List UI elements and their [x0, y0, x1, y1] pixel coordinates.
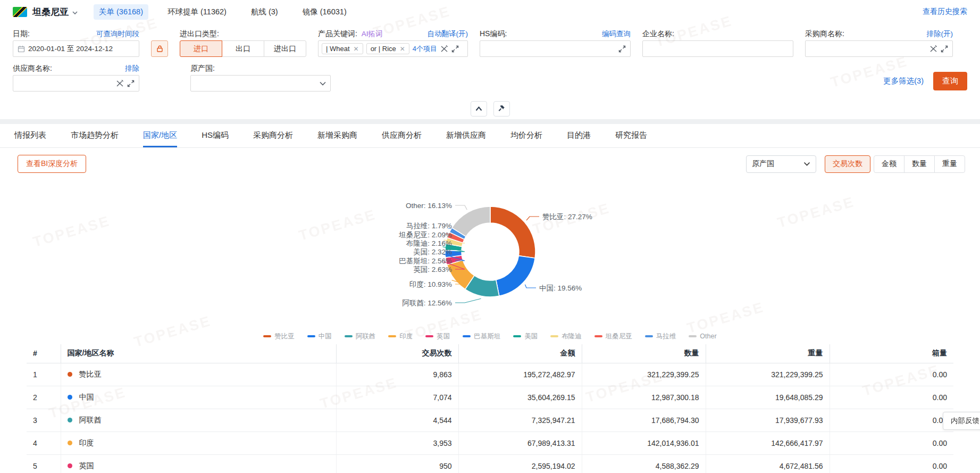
tab-5[interactable]: 新增采购商 [317, 124, 357, 147]
ai-expand-link[interactable]: AI拓词 [362, 30, 383, 38]
country-dot-icon [68, 372, 72, 377]
origin-country-select[interactable] [190, 75, 331, 92]
country-name: 中国 [79, 393, 94, 401]
dataset-tab-2[interactable]: 航线 (3) [246, 4, 283, 20]
tab-6[interactable]: 供应商分析 [382, 124, 422, 147]
more-items-link[interactable]: 4个项目 [413, 44, 437, 54]
auto-translate-link[interactable]: 自动翻译(开) [428, 29, 468, 39]
wand-off-icon[interactable] [440, 45, 448, 53]
legend-label: 坦桑尼亚 [606, 332, 632, 341]
trade-type-option-0[interactable]: 进口 [180, 40, 222, 57]
legend-label: 马拉维 [656, 332, 676, 341]
query-range-link[interactable]: 可查询时间段 [96, 29, 139, 39]
expand-icon[interactable] [127, 80, 135, 87]
tab-10[interactable]: 研究报告 [615, 124, 647, 147]
supplier-exclude-link[interactable]: 排除 [125, 64, 139, 73]
calendar-icon [18, 45, 25, 53]
date-range-input[interactable]: 2020-01-01 至 2024-12-12 [13, 40, 139, 57]
metric-button-0[interactable]: 交易次数 [825, 155, 870, 173]
legend-item-布隆迪[interactable]: 布隆迪 [550, 332, 582, 341]
expand-icon[interactable] [451, 45, 459, 53]
table-row[interactable]: 3阿联酋4,5447,325,947.2117,686,794.3017,939… [27, 409, 953, 431]
rank-cell: 1 [27, 363, 61, 386]
metric-button-3[interactable]: 重量 [934, 155, 965, 173]
slice-赞比亚[interactable] [490, 206, 535, 258]
tab-0[interactable]: 情报列表 [14, 124, 46, 147]
column-header-5[interactable]: 重量 [706, 344, 830, 363]
value-cell-3: 321,229,399.25 [706, 363, 830, 386]
supplier-input[interactable] [13, 75, 139, 92]
product-keyword-input[interactable]: | Wheat✕or | Rice✕ 4个项目 [318, 40, 468, 57]
column-header-3[interactable]: 金额 [458, 344, 582, 363]
chevron-down-icon[interactable] [72, 10, 78, 15]
trade-type-label: 进出口类型: [180, 29, 219, 39]
legend-item-坦桑尼亚[interactable]: 坦桑尼亚 [594, 332, 632, 341]
value-cell-3: 142,666,417.97 [706, 431, 830, 454]
internal-feedback-button[interactable]: 内部反馈 [943, 412, 980, 430]
wand-off-icon[interactable] [929, 45, 937, 53]
slice-中国[interactable] [496, 256, 534, 296]
column-header-4[interactable]: 数量 [582, 344, 706, 363]
legend-item-马拉维[interactable]: 马拉维 [645, 332, 676, 341]
table-header-row: #国家/地区名称交易次数金额数量重量箱量 [27, 344, 953, 363]
lock-date-button[interactable] [151, 40, 168, 57]
more-filters-link[interactable]: 更多筛选(3) [883, 76, 924, 86]
dataset-tabs: 关单 (36168)环球提单 (11362)航线 (3)镜像 (16031) [94, 4, 352, 20]
tab-9[interactable]: 目的港 [567, 124, 591, 147]
supplier-filter: 供应商名称: 排除 [13, 62, 139, 92]
column-header-6[interactable]: 箱量 [830, 344, 953, 363]
legend-item-赞比亚[interactable]: 赞比亚 [263, 332, 295, 341]
legend-item-Other[interactable]: Other [689, 333, 716, 340]
dataset-tab-1[interactable]: 环球提单 (11362) [162, 4, 232, 20]
country-selector[interactable]: 坦桑尼亚 [32, 6, 69, 18]
tab-4[interactable]: 采购商分析 [253, 124, 293, 147]
pin-panel-button[interactable] [493, 101, 510, 117]
trade-type-option-2[interactable]: 进出口 [264, 40, 306, 57]
tab-8[interactable]: 均价分析 [510, 124, 542, 147]
remove-chip-icon[interactable]: ✕ [400, 45, 405, 53]
table-row[interactable]: 2中国7,07435,604,269.1512,987,300.1819,648… [27, 386, 953, 409]
legend-item-巴基斯坦[interactable]: 巴基斯坦 [463, 332, 500, 341]
legend-item-英国[interactable]: 英国 [425, 332, 450, 341]
value-cell-0: 4,544 [336, 409, 458, 431]
dimension-select[interactable]: 原产国 [746, 155, 816, 173]
buyer-exclude-link[interactable]: 排除(开) [927, 29, 953, 39]
column-header-1[interactable]: 国家/地区名称 [61, 344, 336, 363]
hs-code-input[interactable] [480, 40, 631, 57]
column-header-2[interactable]: 交易次数 [336, 344, 458, 363]
keyword-chip-label: | Wheat [326, 45, 350, 53]
table-row[interactable]: 4印度3,95367,989,413.31142,014,936.01142,6… [27, 431, 953, 454]
collapse-panel-button[interactable] [471, 101, 487, 117]
chart-legend: 赞比亚中国阿联酋印度英国巴基斯坦美国布隆迪坦桑尼亚马拉维Other [0, 328, 980, 344]
tab-1[interactable]: 市场趋势分析 [71, 124, 119, 147]
table-row[interactable]: 5英国9502,595,194.024,588,362.294,672,481.… [27, 454, 953, 473]
tab-2[interactable]: 国家/地区 [143, 124, 177, 147]
dataset-tab-0[interactable]: 关单 (36168) [94, 4, 148, 20]
legend-item-印度[interactable]: 印度 [388, 332, 413, 341]
remove-chip-icon[interactable]: ✕ [354, 45, 359, 53]
donut-chart-svg[interactable]: 赞比亚: 27.27%中国: 19.56%阿联酋: 12.56%印度: 10.9… [235, 173, 746, 328]
trade-type-option-1[interactable]: 出口 [222, 40, 264, 57]
tab-3[interactable]: HS编码 [202, 124, 229, 147]
code-lookup-link[interactable]: 编码查询 [602, 29, 631, 39]
dataset-tab-3[interactable]: 镜像 (16031) [297, 4, 352, 20]
wand-off-icon[interactable] [116, 79, 124, 87]
company-input[interactable] [642, 40, 793, 57]
metric-button-2[interactable]: 数量 [904, 155, 935, 173]
expand-icon[interactable] [618, 45, 626, 53]
legend-item-阿联酋[interactable]: 阿联酋 [345, 332, 376, 341]
column-header-0[interactable]: # [27, 344, 61, 363]
legend-item-美国[interactable]: 美国 [513, 332, 538, 341]
legend-dash-icon [513, 335, 521, 337]
table-row[interactable]: 1赞比亚9,863195,272,482.97321,229,399.25321… [27, 363, 953, 386]
metric-button-1[interactable]: 金额 [874, 155, 904, 173]
buyer-input[interactable] [805, 40, 953, 57]
history-search-link[interactable]: 查看历史搜索 [923, 7, 967, 16]
expand-icon[interactable] [941, 45, 948, 53]
rank-cell: 2 [27, 386, 61, 409]
bi-analysis-button[interactable]: 查看BI深度分析 [18, 155, 86, 173]
value-cell-3: 4,672,481.56 [706, 454, 830, 473]
search-button[interactable]: 查询 [933, 72, 967, 90]
legend-item-中国[interactable]: 中国 [307, 332, 332, 341]
tab-7[interactable]: 新增供应商 [446, 124, 486, 147]
